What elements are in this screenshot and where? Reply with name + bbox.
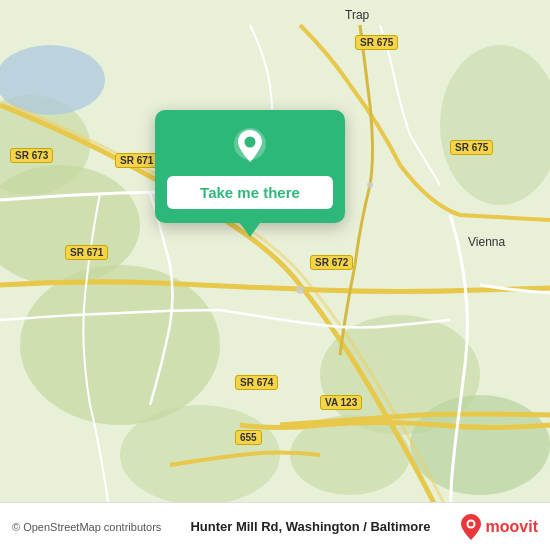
road-label-sr671-top: SR 671 — [115, 153, 158, 168]
road-label-sr672: SR 672 — [310, 255, 353, 270]
moovit-text: moovit — [486, 518, 538, 536]
road-label-va123: VA 123 — [320, 395, 362, 410]
svg-point-10 — [296, 286, 304, 294]
svg-point-9 — [0, 45, 105, 115]
location-label: Hunter Mill Rd, Washington / Baltimore — [161, 519, 459, 534]
take-me-there-button[interactable]: Take me there — [167, 176, 333, 209]
road-label-sr674: SR 674 — [235, 375, 278, 390]
location-pin-icon — [230, 126, 270, 166]
road-label-sr671-bottom: SR 671 — [65, 245, 108, 260]
svg-point-11 — [367, 182, 373, 188]
road-label-655: 655 — [235, 430, 262, 445]
bottom-bar: © OpenStreetMap contributors Hunter Mill… — [0, 502, 550, 550]
city-label-vienna: Vienna — [468, 235, 505, 249]
attribution-text: © OpenStreetMap contributors — [12, 521, 161, 533]
svg-point-2 — [20, 265, 220, 425]
moovit-logo: moovit — [460, 513, 538, 541]
svg-point-15 — [468, 521, 473, 526]
city-label-trap: Trap — [345, 8, 369, 22]
road-label-sr675-top: SR 675 — [355, 35, 398, 50]
map-container: SR 675 SR 675 SR 673 SR 671 SR 671 SR 67… — [0, 0, 550, 550]
map-background — [0, 0, 550, 550]
road-label-sr675-right: SR 675 — [450, 140, 493, 155]
road-label-sr673: SR 673 — [10, 148, 53, 163]
popup-card: Take me there — [155, 110, 345, 223]
moovit-pin-icon — [460, 513, 482, 541]
svg-point-13 — [245, 137, 256, 148]
